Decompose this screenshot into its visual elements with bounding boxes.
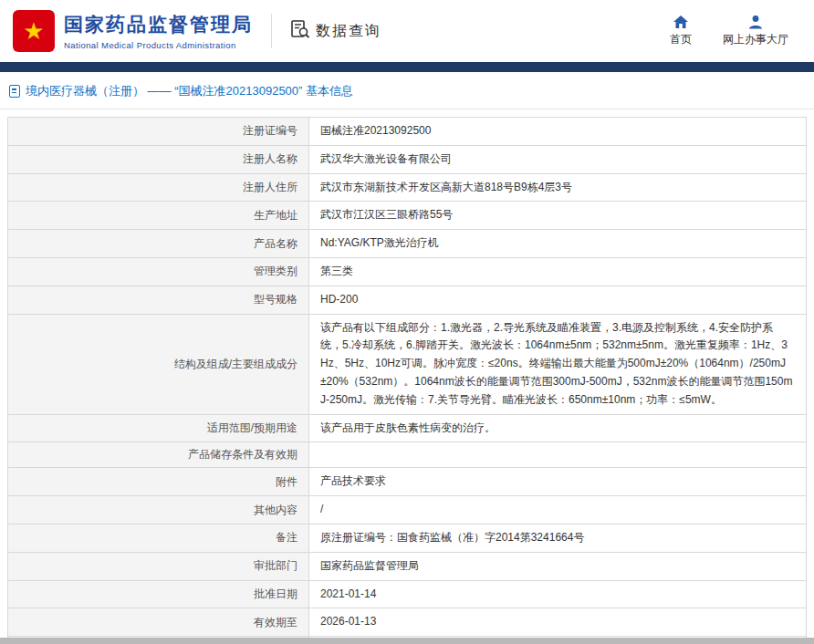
table-row: 批准日期 2021-01-14 (8, 580, 807, 608)
table-row: 结构及组成/主要组成成分 该产品有以下组成部分：1.激光器，2.导光系统及瞄准装… (8, 314, 807, 414)
field-value: 武汉市东湖新技术开发区高新大道818号B9栋4层3号 (309, 173, 807, 202)
field-label: 结构及组成/主要组成成分 (8, 314, 309, 414)
field-value: 国家药品监督管理局 (309, 552, 807, 580)
field-value: 该产品用于皮肤色素性病变的治疗。 (309, 414, 807, 442)
field-value: 原注册证编号：国食药监械（准）字2014第3241664号 (309, 524, 807, 552)
field-value: HD-200 (309, 286, 807, 314)
table-row: 备注 原注册证编号：国食药监械（准）字2014第3241664号 (8, 524, 807, 552)
table-row: 其他内容 / (8, 496, 807, 525)
field-value (309, 442, 807, 468)
agency-title-block: 国家药品监督管理局 National Medical Products Admi… (64, 12, 253, 50)
data-query-entry[interactable]: 数据查询 (290, 19, 381, 43)
table-row: 有效期至 2026-01-13 (8, 608, 807, 637)
field-label: 生产地址 (8, 202, 309, 230)
top-navy-bar (0, 62, 814, 72)
field-label: 产品储存条件及有效期 (8, 442, 309, 468)
field-label: 审批部门 (8, 552, 309, 580)
table-row: 注册人名称 武汉华大激光设备有限公司 (8, 145, 807, 173)
national-emblem-logo: ★ (13, 10, 55, 52)
field-value: 武汉市江汉区三眼桥路55号 (309, 202, 807, 230)
nav-home-label: 首页 (670, 32, 692, 47)
field-value: 国械注准20213092500 (309, 118, 807, 146)
table-row: 型号规格 HD-200 (8, 286, 807, 314)
table-row: 生产地址 武汉市江汉区三眼桥路55号 (8, 202, 807, 230)
table-row: 注册人住所 武汉市东湖新技术开发区高新大道818号B9栋4层3号 (8, 173, 807, 202)
field-label: 附件 (8, 468, 309, 496)
registration-info-table: 注册证编号 国械注准20213092500 注册人名称 武汉华大激光设备有限公司… (7, 117, 807, 644)
site-header: ★ 国家药品监督管理局 National Medical Products Ad… (0, 0, 814, 62)
table-row: 产品储存条件及有效期 (8, 442, 807, 468)
agency-subtitle: National Medical Products Administration (64, 40, 253, 50)
header-nav: 首页 网上办事大厅 (670, 15, 801, 47)
emblem-star-icon: ★ (23, 19, 44, 43)
nav-service-hall-label: 网上办事大厅 (723, 32, 788, 47)
footer-strip (0, 638, 814, 644)
nav-home[interactable]: 首页 (670, 15, 692, 47)
table-row: 产品名称 Nd:YAG/KTP激光治疗机 (8, 230, 807, 258)
document-icon (9, 85, 20, 98)
table-row: 附件 产品技术要求 (8, 468, 807, 496)
nav-service-hall[interactable]: 网上办事大厅 (723, 15, 788, 47)
field-label: 注册人住所 (8, 173, 309, 202)
breadcrumb-bar: 境内医疗器械（注册） —— “国械注准20213092500” 基本信息 (0, 72, 814, 109)
agency-title: 国家药品监督管理局 (64, 12, 253, 37)
field-label: 注册证编号 (8, 118, 309, 146)
table-row: 注册证编号 国械注准20213092500 (8, 118, 807, 146)
field-value: Nd:YAG/KTP激光治疗机 (309, 230, 807, 258)
field-value: 产品技术要求 (309, 468, 807, 496)
field-label: 产品名称 (8, 230, 309, 258)
header-divider (271, 14, 272, 48)
field-label: 其他内容 (8, 496, 309, 525)
data-query-icon (290, 19, 310, 43)
field-value: 2021-01-14 (309, 580, 807, 608)
user-icon (747, 15, 764, 29)
breadcrumb: 境内医疗器械（注册） —— “国械注准20213092500” 基本信息 (26, 83, 353, 99)
data-query-label: 数据查询 (316, 22, 381, 41)
field-label: 注册人名称 (8, 145, 309, 173)
table-row: 管理类别 第三类 (8, 257, 807, 286)
table-row: 适用范围/预期用途 该产品用于皮肤色素性病变的治疗。 (8, 414, 807, 442)
table-row: 审批部门 国家药品监督管理局 (8, 552, 807, 580)
field-label: 型号规格 (8, 286, 309, 314)
field-label: 备注 (8, 524, 309, 552)
field-value: 该产品有以下组成部分：1.激光器，2.导光系统及瞄准装置，3.电源及控制系统，4… (309, 314, 807, 414)
field-label: 批准日期 (8, 580, 309, 608)
field-label: 适用范围/预期用途 (8, 414, 309, 442)
field-value: 第三类 (309, 257, 807, 286)
home-icon (673, 15, 689, 29)
field-value: 2026-01-13 (309, 608, 807, 637)
registration-info-table-wrap: 注册证编号 国械注准20213092500 注册人名称 武汉华大激光设备有限公司… (0, 109, 814, 644)
field-value: 武汉华大激光设备有限公司 (309, 145, 807, 173)
field-label: 有效期至 (8, 608, 309, 637)
field-label: 管理类别 (8, 257, 309, 286)
field-value: / (309, 496, 807, 525)
